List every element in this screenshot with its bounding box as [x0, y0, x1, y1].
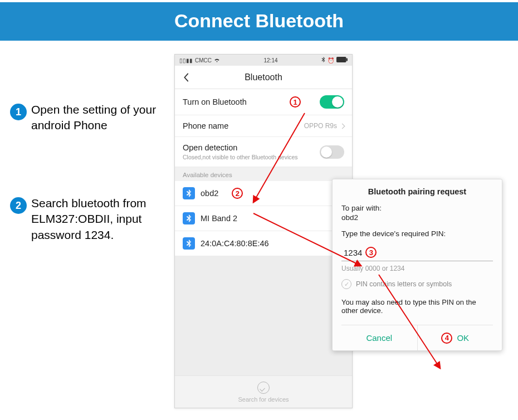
to-pair-label: To pair with:: [341, 204, 493, 212]
dialog-note: You may also need to type this PIN on th…: [341, 298, 493, 315]
device-row-miband[interactable]: MI Band 2: [175, 206, 352, 231]
row-sublabel: Closed,not visible to other Bluetooth de…: [183, 154, 298, 160]
device-row-mac[interactable]: 24:0A:C4:80:8E:46: [175, 231, 352, 256]
bluetooth-status-icon: [321, 57, 325, 64]
row-label: Open detection: [183, 143, 298, 152]
signal-icon: ▯▯▮▮: [179, 57, 193, 64]
instruction-step-1: 1 Open the setting of your android Phone: [10, 102, 165, 134]
svg-rect-0: [336, 57, 346, 62]
marker-2: 2: [232, 188, 243, 199]
bluetooth-icon: [183, 237, 195, 250]
alarm-icon: ⏰: [328, 57, 334, 64]
navbar: Bluetooth: [175, 66, 352, 89]
battery-icon: [336, 57, 348, 64]
row-label: Phone name: [183, 121, 228, 130]
back-button[interactable]: [175, 66, 198, 89]
device-name: MI Band 2: [201, 214, 237, 223]
to-pair-value: obd2: [341, 213, 493, 222]
search-devices-button[interactable]: Search for devices: [175, 375, 352, 408]
type-pin-label: Type the device's required PIN:: [341, 229, 493, 238]
phone-name-row[interactable]: Phone name OPPO R9s: [175, 115, 352, 137]
banner-title: Connect Bluetooth: [174, 10, 344, 31]
pin-input[interactable]: 1234 3: [341, 243, 493, 261]
step-text: Open the setting of your android Phone: [31, 102, 165, 134]
dialog-title: Bluetooth pairing request: [341, 187, 493, 196]
open-detection-row[interactable]: Open detection Closed,not visible to oth…: [175, 137, 352, 167]
page-banner: Connect Bluetooth: [0, 2, 518, 41]
dialog-actions: Cancel 4 OK: [341, 325, 493, 350]
marker-1: 1: [290, 96, 301, 108]
marker-4: 4: [441, 333, 452, 344]
svg-rect-1: [346, 58, 348, 61]
ok-button[interactable]: 4 OK: [417, 325, 493, 350]
marker-3: 3: [365, 247, 377, 258]
bluetooth-icon: [183, 212, 195, 224]
bluetooth-icon: [183, 187, 195, 199]
available-devices-header: Available devices: [175, 167, 352, 181]
refresh-icon: [257, 382, 270, 394]
check-icon: ✓: [341, 279, 351, 289]
status-bar: ▯▯▮▮ CMCC 12:14 ⏰: [175, 55, 352, 66]
cancel-button[interactable]: Cancel: [341, 325, 417, 350]
step-bullet: 1: [10, 104, 27, 120]
step-bullet: 2: [10, 197, 27, 214]
wifi-icon: [214, 57, 220, 64]
footer-label: Search for devices: [238, 396, 289, 403]
carrier-label: CMCC: [195, 57, 212, 64]
chevron-right-icon: [340, 123, 345, 129]
device-name: obd2: [201, 189, 218, 198]
phone-name-value: OPPO R9s: [304, 122, 337, 130]
phone-frame: ▯▯▮▮ CMCC 12:14 ⏰ Bluetooth: [174, 54, 353, 408]
detection-toggle[interactable]: [320, 145, 344, 159]
clock-label: 12:14: [263, 57, 277, 64]
bluetooth-toggle[interactable]: [320, 95, 344, 109]
device-name: 24:0A:C4:80:8E:46: [201, 239, 269, 248]
row-label: Turn on Bluetooth: [183, 97, 247, 106]
pairing-dialog: Bluetooth pairing request To pair with: …: [332, 179, 502, 351]
step-text: Search bluetooth from ELM327:OBDII, inpu…: [31, 196, 165, 243]
checkbox-label: PIN contains letters or symbols: [356, 280, 452, 288]
device-row-obd2[interactable]: obd2 2: [175, 181, 352, 206]
instruction-step-2: 2 Search bluetooth from ELM327:OBDII, in…: [10, 196, 165, 243]
pin-letters-checkbox[interactable]: ✓ PIN contains letters or symbols: [341, 279, 493, 289]
bluetooth-toggle-row[interactable]: Turn on Bluetooth 1: [175, 89, 352, 115]
stage: 1 Open the setting of your android Phone…: [0, 41, 518, 414]
pin-hint: Usually 0000 or 1234: [341, 265, 493, 272]
phone-empty-area: [175, 256, 352, 375]
pin-value: 1234: [344, 248, 362, 257]
page-title: Bluetooth: [175, 72, 352, 82]
